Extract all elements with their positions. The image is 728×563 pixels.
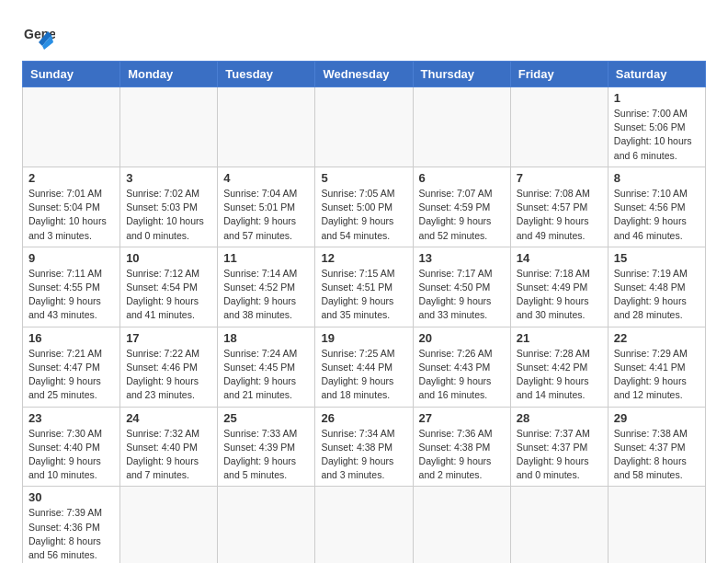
day-number: 26 <box>321 411 406 425</box>
day-number: 19 <box>321 331 406 345</box>
day-info: Sunrise: 7:24 AM Sunset: 4:45 PM Dayligh… <box>223 347 309 403</box>
calendar-cell: 13Sunrise: 7:17 AM Sunset: 4:50 PM Dayli… <box>413 247 510 327</box>
day-number: 1 <box>614 91 700 105</box>
day-info: Sunrise: 7:21 AM Sunset: 4:47 PM Dayligh… <box>28 347 114 403</box>
day-number: 17 <box>126 331 211 345</box>
day-info: Sunrise: 7:10 AM Sunset: 4:56 PM Dayligh… <box>614 187 700 243</box>
calendar-cell: 11Sunrise: 7:14 AM Sunset: 4:52 PM Dayli… <box>218 247 315 327</box>
day-number: 7 <box>517 171 602 185</box>
day-number: 2 <box>28 171 114 185</box>
week-row: 1Sunrise: 7:00 AM Sunset: 5:06 PM Daylig… <box>23 87 706 167</box>
calendar-cell <box>315 487 413 563</box>
day-info: Sunrise: 7:08 AM Sunset: 4:57 PM Dayligh… <box>517 187 602 243</box>
day-info: Sunrise: 7:12 AM Sunset: 4:54 PM Dayligh… <box>126 267 211 323</box>
day-number: 15 <box>614 251 700 265</box>
calendar-cell: 21Sunrise: 7:28 AM Sunset: 4:42 PM Dayli… <box>510 327 608 407</box>
calendar-cell <box>510 487 608 563</box>
calendar-cell <box>218 487 315 563</box>
day-number: 3 <box>126 171 211 185</box>
calendar-cell: 27Sunrise: 7:36 AM Sunset: 4:38 PM Dayli… <box>413 407 510 487</box>
calendar-cell: 28Sunrise: 7:37 AM Sunset: 4:37 PM Dayli… <box>510 407 608 487</box>
weekday-header: Wednesday <box>315 62 413 87</box>
day-info: Sunrise: 7:04 AM Sunset: 5:01 PM Dayligh… <box>223 187 309 243</box>
calendar-cell: 17Sunrise: 7:22 AM Sunset: 4:46 PM Dayli… <box>120 327 218 407</box>
calendar-cell <box>413 87 510 167</box>
week-row: 30Sunrise: 7:39 AM Sunset: 4:36 PM Dayli… <box>23 487 706 563</box>
calendar-cell: 19Sunrise: 7:25 AM Sunset: 4:44 PM Dayli… <box>315 327 413 407</box>
calendar-cell: 18Sunrise: 7:24 AM Sunset: 4:45 PM Dayli… <box>218 327 315 407</box>
day-number: 10 <box>126 251 211 265</box>
day-number: 4 <box>223 171 309 185</box>
calendar-cell: 1Sunrise: 7:00 AM Sunset: 5:06 PM Daylig… <box>608 87 705 167</box>
calendar-cell: 5Sunrise: 7:05 AM Sunset: 5:00 PM Daylig… <box>315 167 413 247</box>
day-number: 30 <box>28 490 114 504</box>
day-info: Sunrise: 7:28 AM Sunset: 4:42 PM Dayligh… <box>517 347 602 403</box>
calendar-cell: 23Sunrise: 7:30 AM Sunset: 4:40 PM Dayli… <box>23 407 120 487</box>
calendar-cell: 10Sunrise: 7:12 AM Sunset: 4:54 PM Dayli… <box>120 247 218 327</box>
day-number: 11 <box>223 251 309 265</box>
calendar-cell: 25Sunrise: 7:33 AM Sunset: 4:39 PM Dayli… <box>218 407 315 487</box>
calendar-cell: 26Sunrise: 7:34 AM Sunset: 4:38 PM Dayli… <box>315 407 413 487</box>
calendar-cell: 16Sunrise: 7:21 AM Sunset: 4:47 PM Dayli… <box>23 327 120 407</box>
day-number: 14 <box>517 251 602 265</box>
day-number: 6 <box>419 171 505 185</box>
day-info: Sunrise: 7:11 AM Sunset: 4:55 PM Dayligh… <box>28 267 114 323</box>
calendar-cell <box>315 87 413 167</box>
day-info: Sunrise: 7:18 AM Sunset: 4:49 PM Dayligh… <box>517 267 602 323</box>
calendar-page: General SundayMondayTuesdayWednesdayThur… <box>0 0 728 563</box>
day-number: 5 <box>321 171 406 185</box>
calendar-cell: 15Sunrise: 7:19 AM Sunset: 4:48 PM Dayli… <box>608 247 705 327</box>
weekday-header-row: SundayMondayTuesdayWednesdayThursdayFrid… <box>23 62 706 87</box>
weekday-header: Monday <box>120 62 218 87</box>
week-row: 9Sunrise: 7:11 AM Sunset: 4:55 PM Daylig… <box>23 247 706 327</box>
calendar-cell <box>218 87 315 167</box>
day-number: 28 <box>517 411 602 425</box>
day-info: Sunrise: 7:00 AM Sunset: 5:06 PM Dayligh… <box>614 107 700 163</box>
calendar-cell: 9Sunrise: 7:11 AM Sunset: 4:55 PM Daylig… <box>23 247 120 327</box>
calendar-cell: 24Sunrise: 7:32 AM Sunset: 4:40 PM Dayli… <box>120 407 218 487</box>
calendar-cell <box>120 487 218 563</box>
day-info: Sunrise: 7:37 AM Sunset: 4:37 PM Dayligh… <box>517 427 602 483</box>
calendar-cell: 12Sunrise: 7:15 AM Sunset: 4:51 PM Dayli… <box>315 247 413 327</box>
day-number: 20 <box>419 331 505 345</box>
day-info: Sunrise: 7:14 AM Sunset: 4:52 PM Dayligh… <box>223 267 309 323</box>
day-info: Sunrise: 7:05 AM Sunset: 5:00 PM Dayligh… <box>321 187 406 243</box>
day-info: Sunrise: 7:02 AM Sunset: 5:03 PM Dayligh… <box>126 187 211 243</box>
day-info: Sunrise: 7:39 AM Sunset: 4:36 PM Dayligh… <box>28 506 114 562</box>
day-number: 13 <box>419 251 505 265</box>
day-number: 12 <box>321 251 406 265</box>
day-number: 25 <box>223 411 309 425</box>
calendar-cell: 14Sunrise: 7:18 AM Sunset: 4:49 PM Dayli… <box>510 247 608 327</box>
calendar-cell: 3Sunrise: 7:02 AM Sunset: 5:03 PM Daylig… <box>120 167 218 247</box>
calendar-cell: 29Sunrise: 7:38 AM Sunset: 4:37 PM Dayli… <box>608 407 705 487</box>
calendar-cell: 2Sunrise: 7:01 AM Sunset: 5:04 PM Daylig… <box>23 167 120 247</box>
day-info: Sunrise: 7:34 AM Sunset: 4:38 PM Dayligh… <box>321 427 406 483</box>
calendar-cell: 20Sunrise: 7:26 AM Sunset: 4:43 PM Dayli… <box>413 327 510 407</box>
calendar-cell <box>413 487 510 563</box>
day-info: Sunrise: 7:29 AM Sunset: 4:41 PM Dayligh… <box>614 347 700 403</box>
week-row: 23Sunrise: 7:30 AM Sunset: 4:40 PM Dayli… <box>23 407 706 487</box>
calendar-cell <box>608 487 705 563</box>
weekday-header: Sunday <box>23 62 120 87</box>
calendar-cell: 30Sunrise: 7:39 AM Sunset: 4:36 PM Dayli… <box>23 487 120 563</box>
day-info: Sunrise: 7:38 AM Sunset: 4:37 PM Dayligh… <box>614 427 700 483</box>
logo: General <box>22 18 61 52</box>
calendar-cell <box>510 87 608 167</box>
calendar-table: SundayMondayTuesdayWednesdayThursdayFrid… <box>22 61 706 563</box>
week-row: 16Sunrise: 7:21 AM Sunset: 4:47 PM Dayli… <box>23 327 706 407</box>
day-info: Sunrise: 7:01 AM Sunset: 5:04 PM Dayligh… <box>28 187 114 243</box>
day-info: Sunrise: 7:36 AM Sunset: 4:38 PM Dayligh… <box>419 427 505 483</box>
week-row: 2Sunrise: 7:01 AM Sunset: 5:04 PM Daylig… <box>23 167 706 247</box>
calendar-cell: 4Sunrise: 7:04 AM Sunset: 5:01 PM Daylig… <box>218 167 315 247</box>
logo-icon: General <box>22 18 55 52</box>
day-number: 24 <box>126 411 211 425</box>
day-info: Sunrise: 7:33 AM Sunset: 4:39 PM Dayligh… <box>223 427 309 483</box>
day-info: Sunrise: 7:19 AM Sunset: 4:48 PM Dayligh… <box>614 267 700 323</box>
day-number: 8 <box>614 171 700 185</box>
calendar-cell: 8Sunrise: 7:10 AM Sunset: 4:56 PM Daylig… <box>608 167 705 247</box>
day-info: Sunrise: 7:26 AM Sunset: 4:43 PM Dayligh… <box>419 347 505 403</box>
day-info: Sunrise: 7:22 AM Sunset: 4:46 PM Dayligh… <box>126 347 211 403</box>
day-number: 23 <box>28 411 114 425</box>
calendar-cell <box>23 87 120 167</box>
weekday-header: Tuesday <box>218 62 315 87</box>
